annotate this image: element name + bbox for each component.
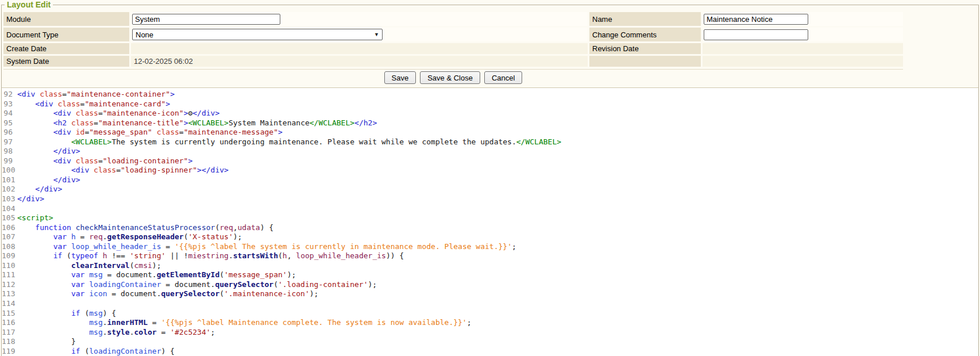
line-number: 105 bbox=[2, 213, 17, 223]
code-line[interactable]: 103</div> bbox=[2, 194, 978, 204]
code-line[interactable]: 114 bbox=[2, 299, 978, 309]
create-date-value bbox=[131, 43, 588, 54]
code-line[interactable]: 112 var loadingContainer = document.quer… bbox=[2, 280, 978, 290]
code-line[interactable]: 93 <div class="maintenance-card"> bbox=[2, 99, 978, 109]
code-line-text: </div> bbox=[17, 185, 978, 194]
code-line-text: <div class="loading-spinner"></div> bbox=[17, 166, 978, 175]
code-line[interactable]: 96 <div id="message_span" class="mainten… bbox=[2, 128, 978, 137]
module-input[interactable] bbox=[132, 14, 280, 25]
code-line-text: clearInterval(cmsi); bbox=[17, 261, 978, 271]
change-comments-label: Change Comments bbox=[589, 28, 701, 41]
code-line[interactable]: 117 msg.style.color = '#2c5234'; bbox=[2, 328, 978, 338]
line-number: 97 bbox=[2, 137, 17, 147]
code-line-text: <div class="maintenance-icon">⚙</div> bbox=[17, 109, 978, 118]
code-line[interactable]: 94 <div class="maintenance-icon">⚙</div> bbox=[2, 109, 978, 118]
create-date-label: Create Date bbox=[3, 43, 129, 54]
save-button[interactable]: Save bbox=[384, 71, 416, 84]
code-line-text: if (typeof h !== 'string' || !miestring.… bbox=[17, 251, 978, 261]
system-date-value: 12-02-2025 06:02 bbox=[131, 56, 588, 67]
code-line[interactable]: 98 </div> bbox=[2, 147, 978, 156]
code-line-text: msg.style.color = '#2c5234'; bbox=[17, 328, 978, 338]
code-line[interactable]: 101 </div> bbox=[2, 175, 978, 185]
name-input[interactable] bbox=[704, 14, 808, 25]
code-line-text: } bbox=[17, 337, 978, 347]
code-line[interactable]: 109 if (typeof h !== 'string' || !miestr… bbox=[2, 251, 978, 261]
code-line-text: var loop_while_header_is = '{{%pjs ^labe… bbox=[17, 242, 978, 252]
code-line-text: <div class="maintenance-card"> bbox=[17, 99, 978, 109]
code-line[interactable]: 95 <h2 class="maintenance-title"><WCLABE… bbox=[2, 118, 978, 128]
code-line[interactable]: 102 </div> bbox=[2, 185, 978, 194]
code-line[interactable]: 110 clearInterval(cmsi); bbox=[2, 261, 978, 271]
code-line-text: var h = req.getResponseHeader('X-status'… bbox=[17, 232, 978, 242]
code-line-text: if (msg) { bbox=[17, 309, 978, 319]
line-number: 108 bbox=[2, 242, 17, 252]
code-line[interactable]: 106 function checkMaintenanceStatusProce… bbox=[2, 223, 978, 233]
cancel-button[interactable]: Cancel bbox=[484, 71, 522, 84]
document-type-selected-value: None bbox=[136, 30, 153, 39]
line-number: 96 bbox=[2, 128, 17, 137]
layout-code-editor[interactable]: 92<div class="maintenance-container">93 … bbox=[2, 87, 978, 356]
code-line[interactable]: 111 var msg = document.getElementById('m… bbox=[2, 270, 978, 280]
code-line[interactable]: 115 if (msg) { bbox=[2, 309, 978, 319]
code-line-text: <h2 class="maintenance-title"><WCLABEL>S… bbox=[17, 118, 978, 128]
code-line-text: <div class="loading-container"> bbox=[17, 156, 978, 166]
line-number: 119 bbox=[2, 347, 17, 356]
code-line[interactable]: 119 if (loadingContainer) { bbox=[2, 347, 978, 356]
revision-date-label: Revision Date bbox=[589, 43, 701, 54]
code-line-text: </div> bbox=[17, 147, 978, 156]
change-comments-cell bbox=[703, 28, 903, 41]
code-line[interactable]: 97 <WCLABEL>The system is currently unde… bbox=[2, 137, 978, 147]
line-number: 93 bbox=[2, 99, 17, 109]
line-number: 100 bbox=[2, 166, 17, 175]
code-line-text: function checkMaintenanceStatusProcessor… bbox=[17, 223, 978, 233]
layout-edit-panel: Layout Edit Module Name Document Type No… bbox=[1, 0, 979, 356]
form-button-bar: Save Save & Close Cancel bbox=[3, 69, 903, 85]
code-line[interactable]: 104 bbox=[2, 204, 978, 214]
document-type-cell: None ▼ bbox=[131, 28, 588, 41]
line-number: 94 bbox=[2, 109, 17, 118]
code-line[interactable]: 99 <div class="loading-container"> bbox=[2, 156, 978, 166]
code-line[interactable]: 100 <div class="loading-spinner"></div> bbox=[2, 166, 978, 175]
line-number: 111 bbox=[2, 270, 17, 280]
empty-label-cell bbox=[589, 56, 701, 67]
line-number: 113 bbox=[2, 289, 17, 299]
chevron-down-icon: ▼ bbox=[374, 32, 379, 37]
module-label: Module bbox=[3, 12, 129, 26]
line-number: 114 bbox=[2, 299, 17, 309]
document-type-select[interactable]: None ▼ bbox=[132, 29, 383, 40]
code-line[interactable]: 113 var icon = document.querySelector('.… bbox=[2, 289, 978, 299]
code-line-text bbox=[17, 204, 978, 214]
code-line[interactable]: 107 var h = req.getResponseHeader('X-sta… bbox=[2, 232, 978, 242]
code-line-text: <div class="maintenance-container"> bbox=[17, 90, 978, 99]
empty-value-cell bbox=[703, 56, 903, 67]
code-line[interactable]: 118 } bbox=[2, 337, 978, 347]
code-line[interactable]: 108 var loop_while_header_is = '{{%pjs ^… bbox=[2, 242, 978, 252]
code-line[interactable]: 116 msg.innerHTML = '{{%pjs ^label Maint… bbox=[2, 318, 978, 328]
line-number: 117 bbox=[2, 328, 17, 338]
save-and-close-button[interactable]: Save & Close bbox=[420, 71, 480, 84]
line-number: 103 bbox=[2, 194, 17, 204]
code-line-text: var loadingContainer = document.querySel… bbox=[17, 280, 978, 290]
line-number: 109 bbox=[2, 251, 17, 261]
code-line-text: msg.innerHTML = '{{%pjs ^label Maintenan… bbox=[17, 318, 978, 328]
page-title: Layout Edit bbox=[5, 0, 53, 9]
code-line[interactable]: 105<script> bbox=[2, 213, 978, 223]
layout-form: Module Name Document Type None ▼ Change … bbox=[3, 12, 903, 67]
line-number: 104 bbox=[2, 204, 17, 214]
code-line[interactable]: 92<div class="maintenance-container"> bbox=[2, 90, 978, 99]
code-line-text: </div> bbox=[17, 194, 978, 204]
line-number: 118 bbox=[2, 337, 17, 347]
code-line-text: <WCLABEL>The system is currently undergo… bbox=[17, 137, 978, 147]
line-number: 107 bbox=[2, 232, 17, 242]
line-number: 115 bbox=[2, 309, 17, 319]
line-number: 112 bbox=[2, 280, 17, 290]
line-number: 101 bbox=[2, 175, 17, 185]
module-cell bbox=[131, 12, 588, 26]
code-line-text: var msg = document.getElementById('messa… bbox=[17, 270, 978, 280]
name-label: Name bbox=[589, 12, 701, 26]
line-number: 116 bbox=[2, 318, 17, 328]
code-line-text: </div> bbox=[17, 175, 978, 185]
line-number: 92 bbox=[2, 90, 17, 99]
line-number: 95 bbox=[2, 118, 17, 128]
change-comments-input[interactable] bbox=[704, 29, 808, 40]
